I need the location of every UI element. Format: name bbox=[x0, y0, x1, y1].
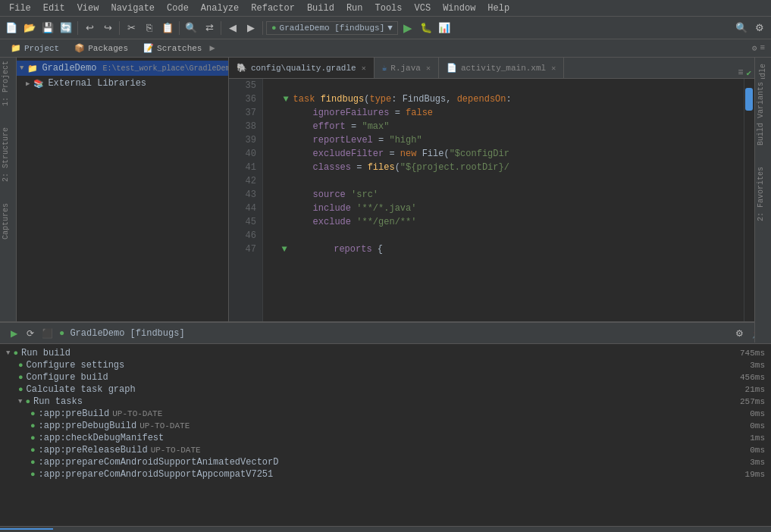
editor-scroll-gutter[interactable] bbox=[744, 79, 754, 321]
run-time-configure-settings: 3ms bbox=[727, 361, 765, 370]
bottom-tab-event-log[interactable]: ◆ Event Log bbox=[519, 529, 587, 533]
run-settings-btn[interactable]: ⚙ bbox=[732, 326, 747, 341]
menu-file[interactable]: File bbox=[3, 2, 37, 15]
toolbar-coverage-btn[interactable]: 📊 bbox=[436, 20, 453, 36]
bottom-tab-checkstyle[interactable]: ✓ CheckStyle bbox=[445, 529, 519, 533]
menu-vcs[interactable]: VCS bbox=[409, 2, 437, 15]
tab-packages[interactable]: 📦 Packages bbox=[67, 40, 136, 56]
tab-close-quality-gradle[interactable]: ✕ bbox=[362, 64, 366, 73]
run-item-app-checkdebug: ● :app:checkDebugManifest 1ms bbox=[6, 432, 765, 444]
toolbar-search-everywhere-btn[interactable]: 🔍 bbox=[733, 20, 750, 36]
tab-quality-gradle[interactable]: 🐘 config\quality.gradle ✕ bbox=[229, 58, 375, 78]
separator-3 bbox=[179, 21, 180, 35]
code-line-43: source 'src' bbox=[269, 188, 738, 202]
menu-navigate[interactable]: Navigate bbox=[105, 2, 161, 15]
bottom-tab-android-monitor[interactable]: 📱 6: Android Monitor bbox=[96, 529, 215, 533]
tree-item-gradledemo[interactable]: ▼ 📁 GradleDemo E:\test_work_place\Gradle… bbox=[17, 61, 228, 76]
run-item-run-tasks: ▼ ● Run tasks 257ms bbox=[6, 396, 765, 408]
tab-close-r-java[interactable]: ✕ bbox=[426, 64, 431, 73]
editor-more-tabs-icon[interactable]: ≡ bbox=[738, 67, 743, 78]
run-time-app-prebuild: 0ms bbox=[727, 409, 765, 418]
toolbar-save-btn[interactable]: 💾 bbox=[39, 20, 56, 36]
menu-help[interactable]: Help bbox=[481, 2, 516, 15]
bottom-section: ▶ ⟳ ⬛ ● GradleDemo [findbugs] ⚙ 📌 ▼ ● Ru… bbox=[0, 321, 771, 526]
expand-run-tasks-icon: ▼ bbox=[18, 398, 22, 405]
status-app-prepare-animated-icon: ● bbox=[30, 458, 36, 467]
project-gear-icon[interactable]: ≡ bbox=[760, 43, 765, 53]
run-label-app-predebug: :app:preDebugBuild bbox=[39, 421, 137, 431]
run-item-app-prebuild: ● :app:preBuild UP-TO-DATE 0ms bbox=[6, 408, 765, 420]
toolbar-undo-btn[interactable]: ↩ bbox=[81, 20, 98, 36]
tab-more-btn[interactable]: ▶ bbox=[209, 42, 215, 54]
separator-5 bbox=[262, 21, 263, 35]
code-line-39: reportLevel = "high" bbox=[269, 133, 738, 147]
code-editor[interactable]: 35 36 37 38 39 40 41 42 43 44 45 46 47 ▼… bbox=[229, 79, 754, 321]
status-configure-settings-icon: ● bbox=[18, 361, 24, 370]
line-numbers: 35 36 37 38 39 40 41 42 43 44 45 46 47 bbox=[229, 79, 263, 321]
bottom-tab-run[interactable]: ▶ 4: Run bbox=[0, 528, 53, 533]
run-label-app-prepare-animated: :app:prepareComAndroidSupportAnimatedVec… bbox=[39, 457, 279, 468]
menu-edit[interactable]: Edit bbox=[37, 2, 71, 15]
toolbar-sync-btn[interactable]: 🔄 bbox=[58, 20, 74, 36]
run-item-app-prepare-compat: ● :app:prepareComAndroidSupportAppcompat… bbox=[6, 468, 765, 480]
toolbar-redo-btn[interactable]: ↪ bbox=[99, 20, 116, 36]
tab-scratches[interactable]: 📝 Scratches bbox=[136, 40, 209, 56]
menu-code[interactable]: Code bbox=[161, 2, 195, 15]
sidebar-label-structure[interactable]: 2: Structure bbox=[0, 124, 16, 185]
toolbar-copy-btn[interactable]: ⎘ bbox=[141, 20, 158, 36]
tree-label-gradledemo: GradleDemo bbox=[42, 63, 96, 74]
run-config-selector[interactable]: ● GradleDemo [findbugs] ▼ bbox=[266, 21, 398, 35]
tab-activity-main-xml[interactable]: 📄 activity_main.xml ✕ bbox=[439, 58, 564, 78]
toolbar-debug-btn[interactable]: 🐛 bbox=[418, 20, 434, 36]
tab-project[interactable]: 📁 Project bbox=[3, 40, 67, 56]
bottom-tab-findbugs[interactable]: ● FindBugs-IDEA bbox=[293, 529, 381, 532]
toolbar-back-btn[interactable]: ◀ bbox=[224, 20, 241, 36]
menu-build[interactable]: Build bbox=[301, 2, 340, 15]
run-stop-btn[interactable]: ⬛ bbox=[39, 326, 55, 341]
toolbar-new-btn[interactable]: 📄 bbox=[3, 20, 20, 36]
toolbar-cut-btn[interactable]: ✂ bbox=[123, 20, 139, 36]
toolbar-forward-btn[interactable]: ▶ bbox=[243, 20, 259, 36]
separator-1 bbox=[77, 21, 78, 35]
run-title-icon: ● bbox=[59, 328, 64, 339]
bottom-tab-todo[interactable]: ☑ TODO bbox=[53, 529, 96, 533]
scrollbar-thumb[interactable] bbox=[745, 88, 753, 111]
run-time-app-prepare-animated: 3ms bbox=[727, 458, 765, 467]
bottom-tab-messages[interactable]: ◼ 0: Messages bbox=[215, 529, 293, 533]
toolbar-paste-btn[interactable]: 📋 bbox=[159, 20, 176, 36]
toolbar-find-btn[interactable]: 🔍 bbox=[183, 20, 199, 36]
status-app-checkdebug-icon: ● bbox=[30, 433, 36, 443]
menu-refactor[interactable]: Refactor bbox=[245, 2, 301, 15]
sidebar-label-captures[interactable]: Captures bbox=[0, 200, 16, 243]
project-settings-icon[interactable]: ⚙ bbox=[752, 43, 757, 53]
toolbar-settings-btn[interactable]: ⚙ bbox=[751, 20, 768, 36]
tree-item-external-libs[interactable]: ▶ 📚 External Libraries bbox=[17, 76, 228, 91]
menu-analyze[interactable]: Analyze bbox=[195, 2, 245, 15]
editor-sync-indicator: ✔ bbox=[746, 68, 751, 78]
menu-run[interactable]: Run bbox=[340, 2, 369, 15]
status-configure-build-icon: ● bbox=[18, 373, 24, 382]
toolbar-run-btn[interactable]: ▶ bbox=[400, 20, 416, 36]
sidebar-label-build-variants[interactable]: Build Variants bbox=[755, 79, 771, 149]
sidebar-label-project[interactable]: 1: Project bbox=[0, 58, 16, 109]
toolbar-open-btn[interactable]: 📂 bbox=[21, 20, 38, 36]
code-line-36: ▼task findbugs(type: FindBugs, dependsOn… bbox=[269, 92, 738, 106]
run-label-build: Run build bbox=[21, 348, 71, 358]
bottom-tab-gradle-console[interactable]: ▣ Gradle Console bbox=[587, 529, 680, 533]
status-app-prebuild-icon: ● bbox=[30, 409, 36, 418]
menu-window[interactable]: Window bbox=[437, 2, 481, 15]
tab-close-activity-main-xml[interactable]: ✕ bbox=[551, 64, 556, 73]
run-label-configure-settings: Configure settings bbox=[27, 360, 125, 371]
tab-r-java[interactable]: ☕ R.java ✕ bbox=[375, 58, 439, 78]
project-panel: ▼ 📁 GradleDemo E:\test_work_place\Gradle… bbox=[17, 58, 229, 321]
run-time-build: 745ms bbox=[727, 349, 765, 358]
bottom-tab-terminal[interactable]: ▣ Terminal bbox=[382, 529, 445, 533]
separator-2 bbox=[119, 21, 120, 35]
code-content[interactable]: ▼task findbugs(type: FindBugs, dependsOn… bbox=[263, 79, 744, 321]
run-rerun-btn[interactable]: ⟳ bbox=[23, 326, 38, 341]
menu-view[interactable]: View bbox=[71, 2, 105, 15]
menu-tools[interactable]: Tools bbox=[369, 2, 409, 15]
toolbar-replace-btn[interactable]: ⇄ bbox=[201, 20, 218, 36]
sidebar-label-favorites[interactable]: 2: Favorites bbox=[755, 164, 771, 224]
run-play-btn[interactable]: ▶ bbox=[6, 326, 21, 341]
